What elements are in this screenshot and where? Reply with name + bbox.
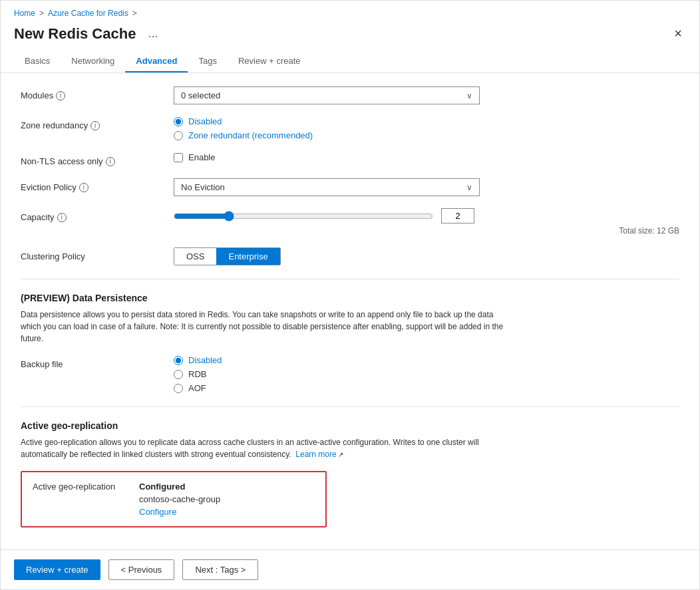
backup-aof-label: AOF (188, 383, 206, 393)
backup-rdb-radio[interactable] (174, 370, 183, 379)
geo-replication-configure-link[interactable]: Configure (139, 507, 220, 517)
tab-networking[interactable]: Networking (61, 51, 125, 73)
data-persistence-title: (PREVIEW) Data Persistence (21, 293, 679, 303)
geo-replication-desc-text: Active geo-replication allows you to rep… (21, 438, 479, 459)
backup-disabled-radio[interactable] (174, 356, 183, 365)
eviction-policy-value: No Eviction (181, 182, 225, 192)
geo-replication-content: Configured contoso-cache-group Configure (139, 482, 220, 517)
capacity-slider-container (174, 208, 679, 223)
backup-aof-radio[interactable] (174, 384, 183, 393)
modules-label: Modules i (21, 86, 174, 100)
geo-replication-title: Active geo-replication (21, 420, 679, 431)
breadcrumb-sep1: > (39, 9, 44, 18)
capacity-row: Capacity i Total size: 12 GB (21, 208, 679, 235)
geo-replication-cache-group: contoso-cache-group (139, 494, 220, 504)
footer: Review + create < Previous Next : Tags > (1, 549, 699, 589)
breadcrumb-azure[interactable]: Azure Cache for Redis (48, 9, 128, 18)
zone-redundancy-control: Disabled Zone redundant (recommended) (174, 116, 679, 140)
backup-aof-option[interactable]: AOF (174, 383, 679, 393)
zone-redundancy-redundant-radio[interactable] (174, 131, 183, 140)
review-create-button[interactable]: Review + create (14, 559, 100, 580)
non-tls-control: Enable (174, 152, 679, 162)
modules-select[interactable]: 0 selected ∨ (174, 86, 480, 104)
content-area: Modules i 0 selected ∨ Zone redundancy i… (1, 73, 699, 549)
non-tls-info-icon[interactable]: i (106, 157, 115, 166)
backup-rdb-option[interactable]: RDB (174, 369, 679, 379)
modules-select-value: 0 selected (181, 90, 220, 100)
non-tls-checkbox[interactable] (174, 153, 183, 162)
zone-redundancy-redundant-option[interactable]: Zone redundant (recommended) (174, 130, 679, 140)
modules-control: 0 selected ∨ (174, 86, 679, 104)
clustering-policy-control: OSS Enterprise (174, 247, 679, 265)
page-container: Home > Azure Cache for Redis > New Redis… (0, 0, 700, 590)
title-row: New Redis Cache ... × (14, 25, 686, 43)
clustering-enterprise-button[interactable]: Enterprise (216, 248, 279, 265)
tab-bar: Basics Networking Advanced Tags Review +… (14, 51, 686, 73)
learn-more-link[interactable]: Learn more (295, 450, 336, 459)
zone-redundancy-label: Zone redundancy i (21, 116, 174, 130)
backup-disabled-option[interactable]: Disabled (174, 355, 679, 365)
tab-review-create[interactable]: Review + create (228, 51, 311, 73)
non-tls-label: Non-TLS access only i (21, 152, 174, 166)
breadcrumb-sep2: > (132, 9, 137, 18)
zone-redundancy-info-icon[interactable]: i (90, 121, 100, 130)
geo-replication-status: Configured (139, 482, 220, 492)
modules-chevron-icon: ∨ (466, 91, 472, 100)
backup-file-row: Backup file Disabled RDB AOF (21, 355, 679, 393)
breadcrumb: Home > Azure Cache for Redis > (14, 9, 686, 18)
capacity-slider[interactable] (174, 211, 433, 221)
modules-info-icon[interactable]: i (56, 91, 65, 100)
zone-redundancy-redundant-label: Zone redundant (recommended) (188, 130, 313, 140)
page-title: New Redis Cache (14, 25, 136, 43)
next-tags-button[interactable]: Next : Tags > (182, 559, 258, 580)
backup-disabled-label: Disabled (188, 355, 222, 365)
eviction-policy-label: Eviction Policy i (21, 178, 174, 192)
previous-button[interactable]: < Previous (108, 559, 175, 580)
capacity-value-input[interactable] (441, 208, 474, 223)
clustering-policy-toggle: OSS Enterprise (174, 247, 281, 265)
divider-2 (21, 406, 679, 407)
clustering-policy-row: Clustering Policy OSS Enterprise (21, 247, 679, 265)
tab-basics[interactable]: Basics (14, 51, 61, 73)
clustering-oss-button[interactable]: OSS (174, 248, 216, 265)
geo-replication-field-label: Active geo-replication (33, 482, 126, 517)
geo-replication-section: Active geo-replication Active geo-replic… (21, 420, 679, 527)
close-button[interactable]: × (670, 25, 686, 43)
modules-row: Modules i 0 selected ∨ (21, 86, 679, 104)
geo-replication-box: Active geo-replication Configured contos… (21, 471, 327, 527)
zone-redundancy-disabled-option[interactable]: Disabled (174, 116, 679, 126)
data-persistence-section: (PREVIEW) Data Persistence Data persiste… (21, 293, 679, 393)
capacity-info-icon[interactable]: i (57, 213, 67, 222)
eviction-policy-row: Eviction Policy i No Eviction ∨ (21, 178, 679, 196)
eviction-policy-select[interactable]: No Eviction ∨ (174, 178, 480, 196)
divider-1 (21, 279, 679, 279)
capacity-control: Total size: 12 GB (174, 208, 679, 235)
eviction-policy-control: No Eviction ∨ (174, 178, 679, 196)
zone-redundancy-disabled-label: Disabled (188, 116, 222, 126)
eviction-policy-chevron-icon: ∨ (466, 183, 472, 192)
clustering-policy-label: Clustering Policy (21, 247, 174, 261)
eviction-policy-info-icon[interactable]: i (79, 183, 88, 192)
zone-redundancy-disabled-radio[interactable] (174, 117, 183, 126)
tab-advanced[interactable]: Advanced (125, 51, 188, 73)
data-persistence-description: Data persistence allows you to persist d… (21, 309, 513, 345)
non-tls-enable-option[interactable]: Enable (174, 152, 679, 162)
backup-file-control: Disabled RDB AOF (174, 355, 679, 393)
page-header: Home > Azure Cache for Redis > New Redis… (1, 1, 699, 73)
external-link-icon: ↗ (337, 451, 344, 458)
capacity-total-size: Total size: 12 GB (174, 226, 679, 235)
geo-replication-description: Active geo-replication allows you to rep… (21, 436, 513, 460)
non-tls-row: Non-TLS access only i Enable (21, 152, 679, 166)
ellipsis-button[interactable]: ... (144, 25, 162, 42)
backup-rdb-label: RDB (188, 369, 206, 379)
zone-redundancy-row: Zone redundancy i Disabled Zone redundan… (21, 116, 679, 140)
backup-file-label: Backup file (21, 355, 174, 369)
capacity-label: Capacity i (21, 208, 174, 222)
tab-tags[interactable]: Tags (188, 51, 227, 73)
non-tls-enable-label: Enable (188, 152, 215, 162)
breadcrumb-home[interactable]: Home (14, 9, 35, 18)
